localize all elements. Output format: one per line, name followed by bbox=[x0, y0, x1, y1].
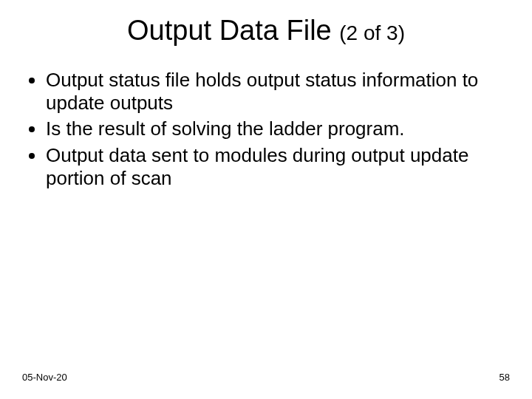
bullet-item: Output status file holds output status i… bbox=[46, 69, 510, 115]
footer-page-number: 58 bbox=[499, 372, 510, 383]
slide-body: Output status file holds output status i… bbox=[0, 47, 532, 190]
bullet-item: Is the result of solving the ladder prog… bbox=[46, 117, 510, 140]
footer-date: 05-Nov-20 bbox=[22, 372, 67, 383]
bullet-item: Output data sent to modules during outpu… bbox=[46, 144, 510, 190]
title-main: Output Data File bbox=[127, 15, 339, 46]
slide-title: Output Data File (2 of 3) bbox=[0, 0, 532, 47]
slide: Output Data File (2 of 3) Output status … bbox=[0, 0, 532, 399]
title-sub: (2 of 3) bbox=[339, 21, 405, 44]
slide-footer: 05-Nov-20 58 bbox=[0, 372, 532, 383]
bullet-list: Output status file holds output status i… bbox=[22, 69, 510, 190]
